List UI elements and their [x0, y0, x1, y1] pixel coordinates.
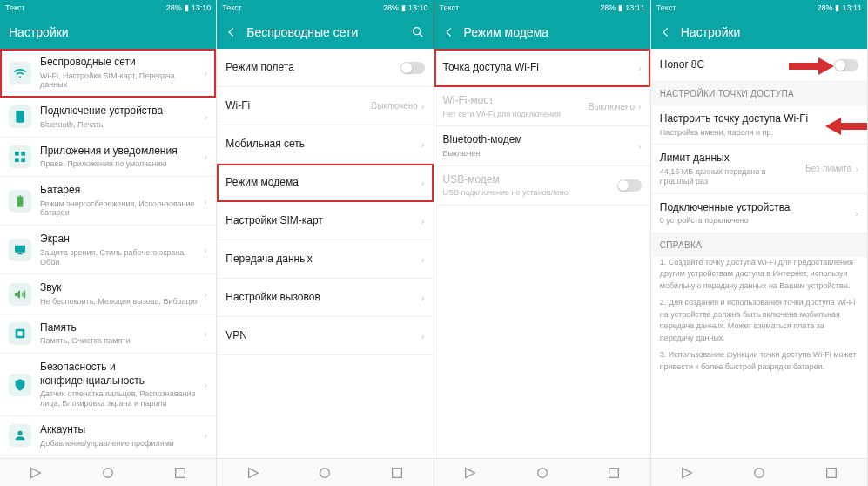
- nav-bar: [434, 458, 650, 486]
- list-item[interactable]: Точка доступа Wi-Fi›: [434, 49, 650, 87]
- list-item[interactable]: Режим полета: [217, 49, 433, 87]
- nav-recent-icon[interactable]: [824, 466, 838, 480]
- item-subtitle: Не беспокоить, Мелодия вызова, Вибрация: [40, 297, 201, 307]
- toggle[interactable]: [400, 62, 425, 74]
- nav-recent-icon[interactable]: [173, 466, 187, 480]
- list-item[interactable]: ПамятьПамять, Очистка памяти›: [0, 314, 216, 354]
- list-item[interactable]: Wi-FiВыключено›: [217, 87, 433, 125]
- memory-icon: [9, 322, 31, 345]
- item-label: Wi-Fi: [225, 99, 366, 113]
- nav-back-icon[interactable]: [680, 466, 694, 480]
- chevron-right-icon: ›: [421, 331, 425, 341]
- item-subtitle: 44,16 МБ данных передано в прошлый раз: [660, 167, 800, 186]
- item-label: Аккаунты: [40, 423, 201, 437]
- status-bar: Текст 28%▮13:10: [0, 0, 216, 16]
- settings-list: Беспроводные сетиWi-Fi, Настройки SIM-ка…: [0, 49, 216, 458]
- list-item[interactable]: VPN›: [217, 317, 433, 355]
- chevron-right-icon: ›: [421, 254, 425, 265]
- back-icon[interactable]: [660, 26, 672, 38]
- back-icon[interactable]: [443, 26, 455, 38]
- nav-recent-icon[interactable]: [390, 466, 404, 480]
- item-label: Wi-Fi-мост: [443, 94, 583, 108]
- hotspot-toggle-row[interactable]: Honor 8C: [651, 49, 867, 82]
- page-title: Режим модема: [464, 25, 642, 39]
- item-subtitle: Настройка имени, пароля и пр.: [660, 128, 852, 138]
- chevron-right-icon: ›: [205, 245, 208, 255]
- svg-point-19: [755, 468, 764, 477]
- list-item[interactable]: Лимит данных44,16 МБ данных передано в п…: [651, 145, 867, 193]
- list-item[interactable]: УправлениеСпец. возможности›: [0, 456, 216, 458]
- section-header: СПРАВКА: [651, 233, 867, 257]
- list-item[interactable]: Мобильная сеть›: [217, 125, 433, 164]
- item-subtitle: Режим энергосбережения, Использование ба…: [40, 199, 201, 219]
- back-icon[interactable]: [225, 26, 238, 38]
- list-item[interactable]: БатареяРежим энергосбережения, Использов…: [0, 177, 216, 226]
- chevron-right-icon: ›: [421, 178, 425, 188]
- nav-bar: [0, 458, 216, 486]
- item-label: Режим модема: [225, 176, 418, 190]
- list-item[interactable]: Режим модема›: [217, 164, 433, 202]
- search-icon[interactable]: [411, 25, 425, 39]
- list-item[interactable]: USB-модемUSB подключение не установлено: [434, 166, 650, 206]
- svg-rect-1: [15, 152, 19, 156]
- list-item[interactable]: Настройки SIM-карт›: [217, 202, 433, 240]
- list-item[interactable]: ЗвукНе беспокоить, Мелодия вызова, Вибра…: [0, 274, 216, 314]
- svg-rect-20: [826, 468, 836, 477]
- account-icon: [9, 424, 31, 447]
- nav-recent-icon[interactable]: [607, 466, 621, 480]
- wifi-icon: [9, 62, 31, 84]
- battery-icon: [9, 190, 31, 213]
- list-item[interactable]: АккаунтыДобавление/управление профилями›: [0, 416, 216, 456]
- nav-home-icon[interactable]: [535, 466, 549, 480]
- nav-home-icon[interactable]: [752, 466, 766, 480]
- chevron-right-icon: ›: [638, 101, 642, 111]
- nav-home-icon[interactable]: [101, 466, 115, 480]
- item-label: Мобильная сеть: [225, 138, 418, 152]
- security-icon: [9, 374, 31, 396]
- nav-back-icon[interactable]: [29, 466, 43, 480]
- svg-rect-4: [21, 158, 25, 162]
- section-header: НАСТРОЙКИ ТОЧКИ ДОСТУПА: [651, 82, 867, 105]
- chevron-right-icon: ›: [421, 293, 425, 303]
- panel-wireless: Текст 28%▮13:10 Беспроводные сети Режим …: [217, 0, 434, 486]
- panel-settings: Текст 28%▮13:10 Настройки Беспроводные с…: [0, 0, 217, 486]
- status-bar: Текст 28%▮13:10: [217, 0, 433, 16]
- chevron-right-icon: ›: [421, 101, 425, 111]
- svg-rect-6: [19, 195, 22, 196]
- list-item[interactable]: Настроить точку доступа Wi-FiНастройка и…: [651, 105, 867, 145]
- list-item[interactable]: Беспроводные сетиWi-Fi, Настройки SIM-ка…: [0, 49, 216, 98]
- list-item[interactable]: Wi-Fi-мостНет сети Wi-Fi для подключения…: [434, 87, 650, 126]
- item-label: Звук: [40, 281, 201, 295]
- list-item[interactable]: Bluetooth-модемВыключен›: [434, 126, 650, 165]
- item-subtitle: Нет сети Wi-Fi для подключения: [443, 110, 583, 119]
- svg-rect-9: [17, 331, 22, 335]
- nav-back-icon[interactable]: [246, 466, 260, 480]
- chevron-right-icon: ›: [638, 63, 642, 73]
- list-item[interactable]: ЭкранЗащита зрения, Стиль рабочего экран…: [0, 226, 216, 274]
- nav-home-icon[interactable]: [318, 466, 332, 480]
- chevron-right-icon: ›: [205, 328, 208, 339]
- item-subtitle: USB подключение не установлено: [443, 188, 617, 198]
- list-item[interactable]: Безопасность и конфиденциальностьДатчик …: [0, 354, 216, 416]
- list-item[interactable]: Настройки вызовов›: [217, 279, 433, 317]
- list-item[interactable]: Передача данных›: [217, 240, 433, 279]
- item-subtitle: Добавление/управление профилями: [40, 439, 201, 449]
- nav-back-icon[interactable]: [463, 466, 477, 480]
- hotspot-toggle[interactable]: [834, 59, 858, 71]
- item-label: Беспроводные сети: [40, 56, 201, 70]
- item-subtitle: Защита зрения, Стиль рабочего экрана, Об…: [40, 248, 201, 267]
- item-label: Настройки SIM-карт: [225, 214, 418, 228]
- list-item[interactable]: Подключение устройстваBluetooth, Печать›: [0, 98, 216, 137]
- list-item[interactable]: Подключенные устройства0 устройств подкл…: [651, 194, 867, 233]
- item-subtitle: Датчик отпечатка пальцев, Распознавание …: [40, 389, 201, 408]
- hotspot-content: Honor 8C НАСТРОЙКИ ТОЧКИ ДОСТУПА Настрои…: [651, 49, 867, 458]
- chevron-right-icon: ›: [205, 380, 208, 390]
- list-item[interactable]: Приложения и уведомленияПрава, Приложени…: [0, 138, 216, 177]
- item-subtitle: Wi-Fi, Настройки SIM-карт, Передача данн…: [40, 71, 201, 91]
- svg-rect-18: [609, 468, 619, 477]
- item-subtitle: Права, Приложения по умолчанию: [40, 159, 201, 169]
- svg-rect-2: [21, 152, 25, 156]
- wireless-list: Режим полетаWi-FiВыключено›Мобильная сет…: [217, 49, 433, 458]
- item-label: Bluetooth-модем: [443, 133, 636, 147]
- toggle[interactable]: [617, 179, 642, 192]
